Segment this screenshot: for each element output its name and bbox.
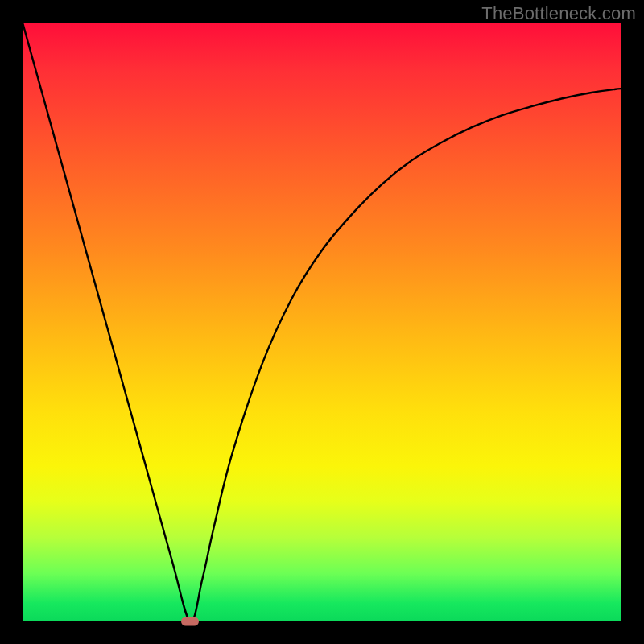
- chart-frame: TheBottleneck.com: [0, 0, 644, 644]
- curve-layer: [23, 23, 621, 621]
- watermark-text: TheBottleneck.com: [481, 3, 636, 24]
- optimal-marker: [181, 617, 199, 626]
- plot-area: [23, 23, 621, 621]
- bottleneck-curve: [23, 23, 621, 621]
